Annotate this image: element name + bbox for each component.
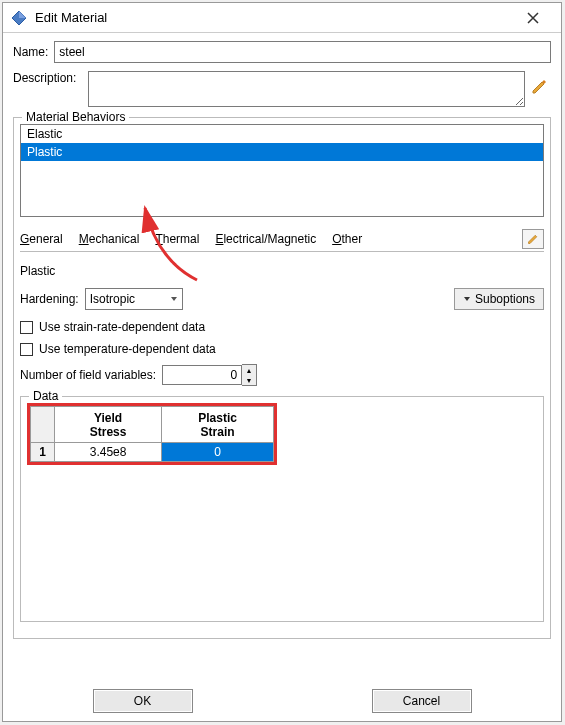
row-index[interactable]: 1: [31, 443, 55, 462]
description-label: Description:: [13, 71, 76, 85]
pencil-icon: [531, 79, 547, 95]
cell-yield-stress[interactable]: 3.45e8: [55, 443, 162, 462]
annotation-highlight-box: YieldStress PlasticStrain 1 3.45e8 0: [27, 403, 277, 465]
cell-plastic-strain[interactable]: 0: [162, 443, 274, 462]
table-corner: [31, 407, 55, 443]
behavior-item-plastic[interactable]: Plastic: [21, 143, 543, 161]
material-behaviors-fieldset: Material Behaviors Elastic Plastic Gener…: [13, 117, 551, 639]
behavior-item-elastic[interactable]: Elastic: [21, 125, 543, 143]
suboptions-button[interactable]: Suboptions: [454, 288, 544, 310]
col-yield-stress[interactable]: YieldStress: [55, 407, 162, 443]
name-input[interactable]: [54, 41, 551, 63]
hardening-select[interactable]: Isotropic: [85, 288, 183, 310]
plastic-section-title: Plastic: [20, 264, 544, 278]
behaviors-list[interactable]: Elastic Plastic: [20, 124, 544, 217]
name-label: Name:: [13, 45, 48, 59]
pencil-icon: [527, 233, 539, 245]
data-legend: Data: [29, 389, 62, 403]
window-title: Edit Material: [35, 10, 513, 25]
spinner-up-button[interactable]: ▲: [242, 365, 256, 375]
edit-menu-button[interactable]: [522, 229, 544, 249]
data-empty-space: [27, 465, 537, 615]
data-fieldset: Data YieldStress PlasticStrain 1 3.45e8 …: [20, 396, 544, 622]
app-icon: [11, 10, 27, 26]
description-input[interactable]: [88, 71, 525, 107]
table-row: 1 3.45e8 0: [31, 443, 274, 462]
menu-bar: General Mechanical Thermal Electrical/Ma…: [20, 227, 544, 252]
menu-general[interactable]: General: [20, 232, 63, 246]
menu-thermal[interactable]: Thermal: [155, 232, 199, 246]
close-icon: [527, 12, 539, 24]
temperature-checkbox[interactable]: [20, 343, 33, 356]
suboptions-label: Suboptions: [475, 292, 535, 306]
ok-button[interactable]: OK: [93, 689, 193, 713]
menu-electrical[interactable]: Electrical/Magnetic: [215, 232, 316, 246]
cancel-button[interactable]: Cancel: [372, 689, 472, 713]
material-behaviors-legend: Material Behaviors: [22, 110, 129, 124]
button-bar: OK Cancel: [3, 681, 561, 721]
col-plastic-strain[interactable]: PlasticStrain: [162, 407, 274, 443]
menu-other[interactable]: Other: [332, 232, 362, 246]
spinner-down-button[interactable]: ▼: [242, 375, 256, 385]
content-area: Name: Description: Material Behaviors El…: [3, 33, 561, 657]
menu-mechanical[interactable]: Mechanical: [79, 232, 140, 246]
hardening-value: Isotropic: [90, 292, 135, 306]
chevron-down-icon: [170, 295, 178, 303]
triangle-down-icon: [463, 295, 471, 303]
edit-material-dialog: Edit Material Name: Description: Materia…: [2, 2, 562, 722]
temperature-label: Use temperature-dependent data: [39, 342, 216, 356]
edit-description-button[interactable]: [531, 79, 551, 98]
strain-rate-checkbox[interactable]: [20, 321, 33, 334]
field-vars-input[interactable]: [162, 365, 242, 385]
titlebar: Edit Material: [3, 3, 561, 33]
strain-rate-label: Use strain-rate-dependent data: [39, 320, 205, 334]
field-vars-spinner[interactable]: ▲ ▼: [162, 364, 257, 386]
field-vars-label: Number of field variables:: [20, 368, 156, 382]
hardening-label: Hardening:: [20, 292, 79, 306]
data-table: YieldStress PlasticStrain 1 3.45e8 0: [30, 406, 274, 462]
close-button[interactable]: [513, 4, 553, 32]
